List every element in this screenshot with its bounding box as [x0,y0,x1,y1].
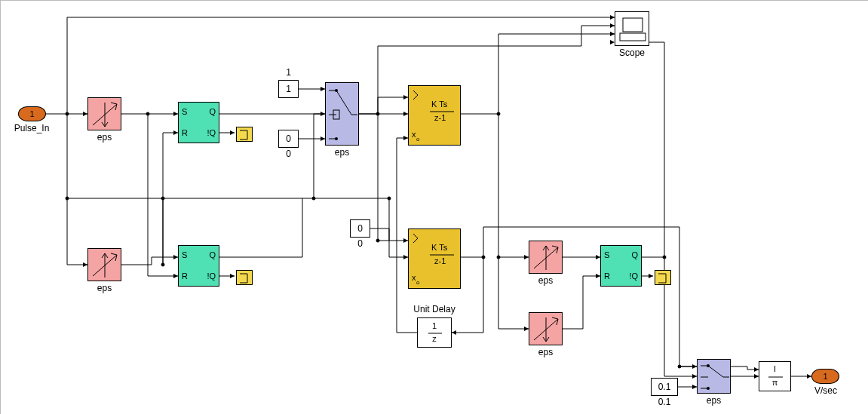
sr2-nq: !Q [207,271,216,281]
switch-bottom-label: eps [697,395,731,406]
svg-line-38 [708,366,723,377]
int1-num: K Ts [431,100,447,109]
sr3-nq: !Q [629,271,638,281]
detect-fall-top[interactable] [87,97,121,130]
svg-line-21 [336,90,351,115]
ud-den: z [418,334,451,343]
switch-top[interactable] [325,82,359,146]
detect-rise-right-label: eps [529,275,563,286]
sr3-q: Q [631,250,638,259]
inport-label: Pulse_In [8,123,55,133]
divide-num: I [759,364,790,373]
terminator-icon [237,127,253,143]
sr1-nq: !Q [207,128,216,137]
detect-rise-right[interactable] [529,241,563,274]
sr2-r: R [182,271,188,281]
constant-1[interactable]: 1 [278,80,299,98]
terminator-3[interactable] [655,270,671,285]
detect-rise-icon [529,241,563,274]
integrator-2[interactable]: K Ts z-1 x o [408,228,461,289]
ud-num: 1 [418,321,451,330]
int2-den: z-1 [434,256,446,265]
constant-0p1-label: 0.1 [651,397,678,407]
terminator-icon [237,271,253,286]
sr3-r: R [604,271,610,281]
inport-pulse-in[interactable]: 1 [18,106,46,121]
detect-fall-icon [529,313,563,346]
switch-icon [698,360,732,394]
switch-top-label: eps [325,147,359,158]
int1-den: z-1 [434,113,446,122]
unit-delay-label: Unit Delay [408,304,461,314]
unit-delay[interactable]: 1 z [417,317,452,348]
wires-layer [1,1,868,414]
simulink-canvas[interactable]: 1 Pulse_In eps eps S R Q !Q S R Q !Q 1 1… [0,0,868,414]
sr2-q: Q [209,250,216,259]
divide-block[interactable]: I π [759,361,791,391]
sr-flipflop-3[interactable]: S R Q !Q [600,245,642,287]
sr2-s: S [182,250,187,259]
integrator-1[interactable]: K Ts z-1 x o [408,85,461,146]
svg-rect-33 [623,18,643,32]
sr3-s: S [604,250,609,259]
detect-fall-top-label: eps [87,132,121,143]
terminator-icon [655,271,672,286]
constant-0p1-value: 0.1 [658,382,671,392]
constant-0a[interactable]: 0 [278,130,299,148]
detect-fall-icon [88,98,122,131]
detect-rise-icon [88,249,122,282]
constant-0b-label: 0 [350,238,370,249]
detect-fall-right[interactable] [529,312,563,345]
inport-number: 1 [29,109,34,118]
svg-point-22 [335,89,338,92]
detect-rise-bot-label: eps [87,283,121,293]
int2-x-sub: o [416,279,419,286]
sr-flipflop-2[interactable]: S R Q !Q [178,245,219,287]
int2-x: x [412,273,416,282]
svg-point-23 [335,137,338,140]
constant-1-label: 1 [278,67,299,78]
outport-vsec[interactable]: 1 [811,369,839,384]
switch-icon [326,83,360,146]
constant-0b[interactable]: 0 [350,219,370,238]
svg-point-40 [707,387,710,390]
int1-x-sub: o [416,136,419,143]
scope-icon [615,12,650,47]
terminator-1[interactable] [236,127,253,142]
int2-num: K Ts [431,243,447,252]
outport-number: 1 [823,372,827,381]
detect-fall-right-label: eps [529,347,563,357]
sr-flipflop-1[interactable]: S R Q !Q [178,102,219,143]
constant-0p1[interactable]: 0.1 [651,378,678,396]
sr1-q: Q [209,107,216,116]
int1-x: x [412,130,416,139]
svg-point-8 [376,239,379,242]
scope-block[interactable] [615,11,649,46]
switch-bottom[interactable] [697,359,731,394]
terminator-2[interactable] [236,270,253,285]
divide-den: π [759,378,790,387]
sr1-s: S [182,107,187,116]
svg-point-39 [707,364,710,367]
constant-0a-value: 0 [286,133,291,144]
svg-rect-34 [620,33,646,41]
scope-label: Scope [609,48,655,58]
constant-0b-value: 0 [357,223,363,234]
detect-rise-bot[interactable] [87,248,121,281]
sr1-r: R [182,128,188,137]
outport-label: V/sec [805,385,847,396]
constant-1-value: 1 [286,84,291,94]
constant-0a-label: 0 [278,149,299,159]
